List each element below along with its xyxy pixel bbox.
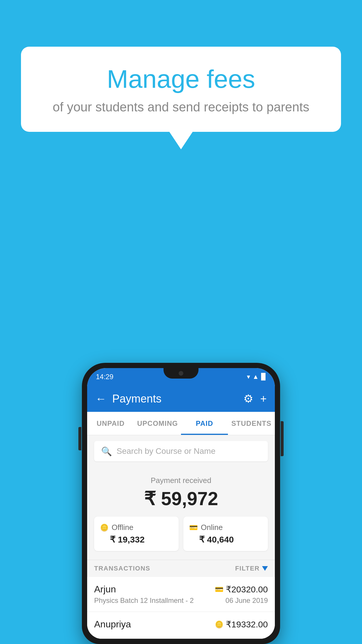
payment-total: ₹ 59,972: [94, 488, 268, 510]
tab-paid[interactable]: PAID: [181, 412, 228, 435]
wifi-icon: ▾: [247, 373, 250, 381]
plus-icon[interactable]: +: [260, 393, 267, 405]
online-icon: 💳: [189, 524, 198, 532]
tab-unpaid[interactable]: UNPAID: [87, 412, 134, 435]
transactions-header: TRANSACTIONS FILTER: [87, 560, 275, 577]
transactions-label: TRANSACTIONS: [94, 565, 150, 572]
speech-bubble-subtitle: of your students and send receipts to pa…: [44, 100, 318, 114]
search-icon: 🔍: [101, 446, 112, 456]
transaction-bottom: Physics Batch 12 Installment - 2 06 June…: [94, 596, 268, 605]
status-icons: ▾ ▲ ▉: [247, 373, 266, 381]
notch: [164, 368, 198, 379]
tab-upcoming[interactable]: UPCOMING: [134, 412, 181, 435]
transaction-top: Arjun 💳 ₹20320.00: [94, 584, 268, 595]
signal-icon: ▲: [252, 373, 259, 381]
speech-bubble-container: Manage fees of your students and send re…: [21, 47, 341, 149]
payment-received-label: Payment received: [94, 476, 268, 485]
phone-screen: 14:29 ▾ ▲ ▉ ← Payments ⚙ +: [87, 368, 275, 639]
online-amount: ₹ 40,640: [189, 534, 262, 545]
page-title: Payments: [112, 393, 238, 405]
transaction-amount: ₹20320.00: [226, 584, 268, 594]
payment-cards: 🪙 Offline ₹ 19,332 💳 Online ₹ 40,640: [94, 517, 268, 551]
transaction-row[interactable]: Anupriya 🪙 ₹19332.00: [87, 612, 275, 639]
tabs-bar: UNPAID UPCOMING PAID STUDENTS: [87, 412, 275, 435]
filter-icon: [262, 566, 268, 571]
top-bar: ← Payments ⚙ +: [87, 386, 275, 412]
offline-card: 🪙 Offline ₹ 19,332: [94, 517, 179, 551]
status-time: 14:29: [96, 373, 113, 381]
transaction-amount-container: 💳 ₹20320.00: [215, 584, 268, 594]
offline-label: Offline: [112, 523, 133, 532]
filter-button[interactable]: FILTER: [235, 565, 268, 572]
background: Manage fees of your students and send re…: [0, 0, 362, 644]
online-card-header: 💳 Online: [189, 523, 262, 532]
search-box[interactable]: 🔍 Search by Course or Name: [94, 441, 268, 461]
payment-summary: Payment received ₹ 59,972 🪙 Offline ₹ 19…: [87, 467, 275, 560]
phone-outer: 14:29 ▾ ▲ ▉ ← Payments ⚙ +: [82, 363, 280, 644]
transaction-name: Anupriya: [94, 619, 131, 630]
search-input[interactable]: Search by Course or Name: [117, 447, 215, 456]
gear-icon[interactable]: ⚙: [243, 392, 253, 405]
camera-dot: [179, 371, 183, 376]
transaction-amount: ₹19332.00: [226, 619, 268, 629]
transaction-top: Anupriya 🪙 ₹19332.00: [94, 619, 268, 630]
offline-card-header: 🪙 Offline: [100, 523, 173, 532]
phone-wrapper: 14:29 ▾ ▲ ▉ ← Payments ⚙ +: [82, 363, 280, 644]
speech-bubble-tail: [169, 132, 193, 149]
transaction-amount-container: 🪙 ₹19332.00: [215, 619, 268, 629]
filter-label: FILTER: [235, 565, 260, 572]
transaction-row[interactable]: Arjun 💳 ₹20320.00 Physics Batch 12 Insta…: [87, 577, 275, 612]
offline-method-icon: 🪙: [215, 620, 224, 629]
online-card: 💳 Online ₹ 40,640: [183, 517, 268, 551]
offline-amount: ₹ 19,332: [100, 534, 173, 545]
battery-icon: ▉: [261, 373, 266, 381]
card-method-icon: 💳: [215, 585, 224, 594]
offline-icon: 🪙: [100, 524, 109, 532]
speech-bubble-title: Manage fees: [44, 64, 318, 94]
speech-bubble: Manage fees of your students and send re…: [21, 47, 341, 132]
search-container: 🔍 Search by Course or Name: [87, 435, 275, 467]
top-bar-icons: ⚙ +: [243, 392, 267, 405]
transaction-date: 06 June 2019: [226, 596, 268, 605]
transaction-name: Arjun: [94, 584, 116, 595]
online-label: Online: [201, 523, 223, 532]
tab-students[interactable]: STUDENTS: [228, 412, 275, 435]
back-button[interactable]: ←: [95, 393, 106, 405]
transaction-course: Physics Batch 12 Installment - 2: [94, 596, 194, 605]
